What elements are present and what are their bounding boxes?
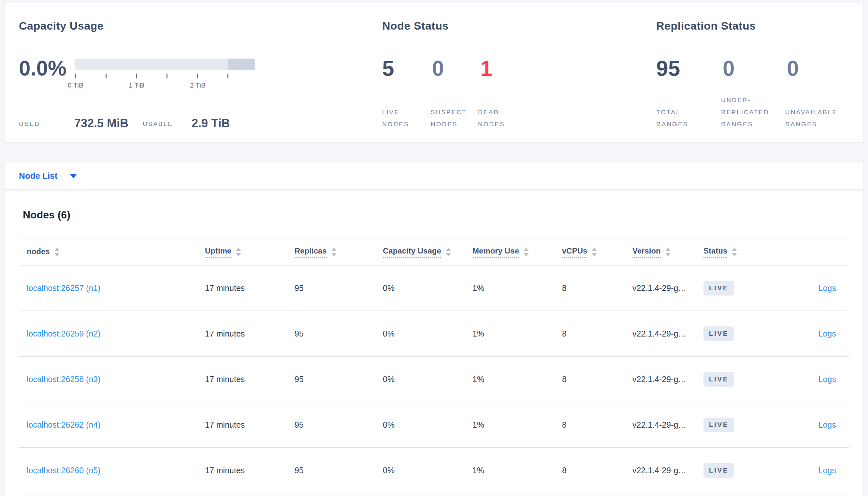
capacity-percent-value: 0.0% xyxy=(19,55,66,82)
sort-icon xyxy=(236,248,241,257)
uptime-cell: 17 minutes xyxy=(205,283,295,293)
memory-cell: 1% xyxy=(473,329,562,339)
live-nodes-value: 5 xyxy=(382,55,394,82)
node-link[interactable]: localhost:26259 (n2) xyxy=(27,329,101,338)
column-header-nodes[interactable]: nodes xyxy=(27,247,205,258)
sort-icon xyxy=(732,248,737,257)
column-header-capacity-usage[interactable]: Capacity Usage xyxy=(383,246,473,258)
column-header-status[interactable]: Status xyxy=(703,246,801,258)
memory-cell: 1% xyxy=(473,375,562,384)
status-cell: LIVE xyxy=(703,418,801,432)
node-cell: localhost:26260 (n5) xyxy=(27,466,205,475)
node-link[interactable]: localhost:26258 (n3) xyxy=(27,375,101,384)
version-cell: v22.1.4-29-g… xyxy=(632,420,703,430)
version-cell: v22.1.4-29-g… xyxy=(632,466,703,475)
capacity-axis-tick xyxy=(166,74,167,78)
capacity-cell: 0% xyxy=(383,283,473,293)
logs-link[interactable]: Logs xyxy=(819,283,836,293)
column-header-version[interactable]: Version xyxy=(632,246,703,258)
capacity-usage-bar xyxy=(75,59,255,69)
logs-cell: Logs xyxy=(801,283,836,293)
column-header-replicas[interactable]: Replicas xyxy=(295,246,383,258)
memory-cell: 1% xyxy=(473,283,562,293)
version-cell: v22.1.4-29-g… xyxy=(632,375,703,384)
logs-link[interactable]: Logs xyxy=(819,420,836,429)
sort-icon xyxy=(665,248,671,257)
capacity-usage-title: Capacity Usage xyxy=(19,19,104,32)
nodes-table: nodes Uptime Replicas Capacity Usage Mem… xyxy=(19,238,849,493)
capacity-cell: 0% xyxy=(383,329,473,339)
chevron-down-icon xyxy=(70,174,77,179)
version-cell: v22.1.4-29-g… xyxy=(632,329,703,339)
capacity-cell: 0% xyxy=(383,375,473,384)
logs-cell: Logs xyxy=(801,420,836,430)
vcpus-cell: 8 xyxy=(562,466,632,475)
nodes-table-body: localhost:26257 (n1) 17 minutes 95 0% 1%… xyxy=(19,266,849,493)
logs-link[interactable]: Logs xyxy=(819,375,836,384)
table-row: localhost:26262 (n4) 17 minutes 95 0% 1%… xyxy=(19,402,849,448)
view-selector-bar: Node List xyxy=(4,162,864,190)
replicas-cell: 95 xyxy=(295,283,383,293)
memory-cell: 1% xyxy=(473,420,562,430)
node-cell: localhost:26262 (n4) xyxy=(27,420,205,430)
logs-link[interactable]: Logs xyxy=(819,329,836,338)
capacity-bar-dark-segment xyxy=(228,59,255,69)
replicas-cell: 95 xyxy=(295,466,383,475)
node-link[interactable]: localhost:26262 (n4) xyxy=(27,420,101,429)
uptime-cell: 17 minutes xyxy=(205,466,295,475)
node-cell: localhost:26257 (n1) xyxy=(27,283,205,293)
status-badge: LIVE xyxy=(703,418,734,432)
sort-icon xyxy=(524,248,529,257)
uptime-cell: 17 minutes xyxy=(205,375,295,384)
capacity-cell: 0% xyxy=(383,420,473,430)
status-badge: LIVE xyxy=(703,372,734,387)
node-list-dropdown-label: Node List xyxy=(19,171,57,181)
node-link[interactable]: localhost:26257 (n1) xyxy=(27,283,101,293)
column-header-memory-use[interactable]: Memory Use xyxy=(473,246,562,258)
unavailable-ranges-value: 0 xyxy=(787,55,799,82)
total-ranges-label: TOTAL RANGES xyxy=(656,106,702,130)
status-badge: LIVE xyxy=(703,463,734,478)
node-link[interactable]: localhost:26260 (n5) xyxy=(27,466,101,475)
vcpus-cell: 8 xyxy=(562,375,632,384)
column-header-vcpus[interactable]: vCPUs xyxy=(562,246,632,258)
status-badge: LIVE xyxy=(703,281,734,295)
capacity-usable-value: 2.9 TiB xyxy=(192,117,230,130)
replicas-cell: 95 xyxy=(295,375,383,384)
suspect-nodes-label: SUSPECT NODES xyxy=(431,106,483,130)
uptime-cell: 17 minutes xyxy=(205,329,295,339)
nodes-table-header: nodes Uptime Replicas Capacity Usage Mem… xyxy=(19,238,849,266)
column-header-uptime[interactable]: Uptime xyxy=(205,246,295,258)
status-badge: LIVE xyxy=(703,326,734,341)
capacity-axis-tick xyxy=(197,74,198,78)
suspect-nodes-value: 0 xyxy=(432,55,444,82)
logs-link[interactable]: Logs xyxy=(819,466,836,475)
capacity-axis-tick xyxy=(106,74,107,78)
node-cell: localhost:26259 (n2) xyxy=(27,329,205,339)
status-cell: LIVE xyxy=(703,372,801,387)
vcpus-cell: 8 xyxy=(562,283,632,293)
logs-cell: Logs xyxy=(801,329,836,339)
sort-icon xyxy=(592,248,597,257)
capacity-axis-label: 0 TiB xyxy=(68,81,84,89)
capacity-used-value: 732.5 MiB xyxy=(74,117,129,130)
cluster-summary-panel: Capacity Usage 0.0% 0 TiB 1 TiB 2 TiB US… xyxy=(4,3,864,142)
capacity-axis-label: 2 TiB xyxy=(190,81,206,89)
node-list-dropdown[interactable]: Node List xyxy=(19,171,77,181)
table-row: localhost:26260 (n5) 17 minutes 95 0% 1%… xyxy=(19,448,849,493)
sort-icon xyxy=(446,248,451,257)
under-replicated-ranges-label: UNDER-REPLICATED RANGES xyxy=(721,94,786,130)
capacity-axis-tick xyxy=(136,74,137,78)
version-cell: v22.1.4-29-g… xyxy=(632,283,703,293)
status-cell: LIVE xyxy=(703,463,801,478)
under-replicated-ranges-value: 0 xyxy=(723,55,735,82)
replicas-cell: 95 xyxy=(295,420,383,430)
memory-cell: 1% xyxy=(473,466,562,475)
status-cell: LIVE xyxy=(703,326,801,341)
unavailable-ranges-label: UNAVAILABLE RANGES xyxy=(785,106,864,130)
node-cell: localhost:26258 (n3) xyxy=(27,375,205,384)
table-row: localhost:26259 (n2) 17 minutes 95 0% 1%… xyxy=(19,311,849,357)
replication-status-title: Replication Status xyxy=(656,19,756,32)
capacity-axis-tick xyxy=(75,74,76,78)
vcpus-cell: 8 xyxy=(562,420,632,430)
